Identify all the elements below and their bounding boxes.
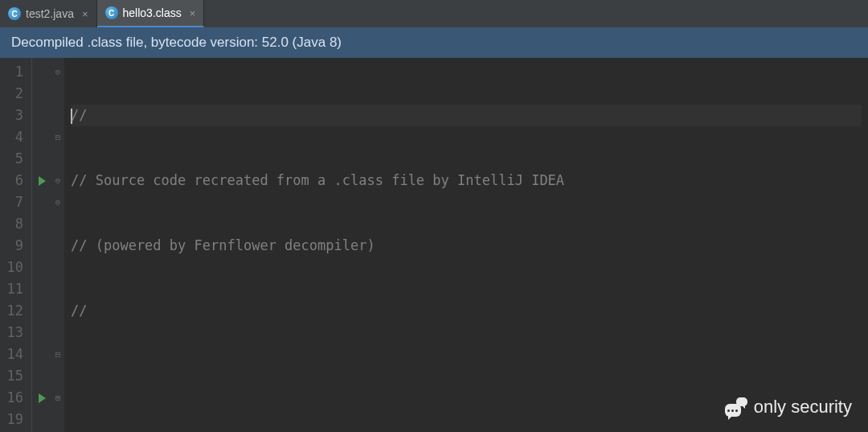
tab-test2-java[interactable]: C test2.java × bbox=[0, 0, 97, 27]
code-line: // Source code recreated from a .class f… bbox=[71, 170, 862, 191]
run-gutter bbox=[32, 58, 51, 432]
tab-label: hello3.class bbox=[123, 6, 182, 19]
wechat-icon bbox=[725, 397, 747, 417]
code-line: // bbox=[71, 105, 862, 126]
close-icon[interactable]: × bbox=[186, 7, 196, 19]
tab-hello3-class[interactable]: C hello3.class × bbox=[97, 0, 205, 27]
close-icon[interactable]: × bbox=[79, 8, 88, 20]
java-file-icon: C bbox=[8, 7, 21, 20]
class-file-icon: C bbox=[105, 6, 118, 19]
watermark: only security bbox=[725, 397, 852, 418]
code-line: // (powered by Fernflower decompiler) bbox=[71, 235, 862, 257]
watermark-text: only security bbox=[754, 397, 852, 418]
code-area[interactable]: // // Source code recreated from a .clas… bbox=[64, 58, 868, 432]
tab-label: test2.java bbox=[26, 7, 74, 20]
tab-bar: C test2.java × C hello3.class × bbox=[0, 0, 868, 27]
run-main-icon[interactable] bbox=[32, 387, 51, 409]
code-editor[interactable]: 1 2 3 4 5 6 7 8 9 10 11 12 13 14 15 16 1… bbox=[0, 58, 868, 432]
decompile-banner: Decompiled .class file, bytecode version… bbox=[0, 27, 868, 58]
run-class-icon[interactable] bbox=[32, 170, 51, 191]
line-number-gutter: 1 2 3 4 5 6 7 8 9 10 11 12 13 14 15 16 1… bbox=[0, 58, 32, 432]
code-line: // bbox=[71, 300, 862, 322]
code-line bbox=[71, 365, 862, 387]
fold-gutter: ⊖ ⊟ ⊖ ⊖ ⊟ ⊞ bbox=[51, 58, 64, 432]
